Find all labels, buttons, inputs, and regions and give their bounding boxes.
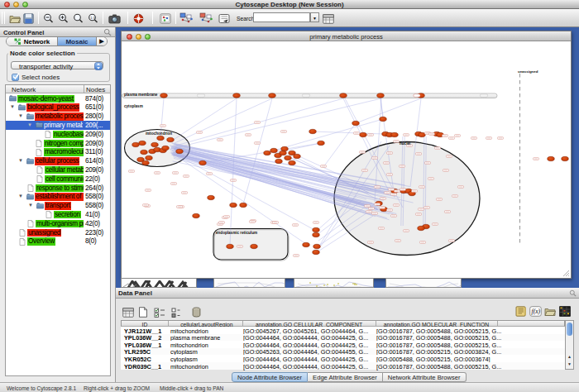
svg-text:plasma membrane: plasma membrane (124, 93, 158, 97)
svg-text:endoplasmic reticulum: endoplasmic reticulum (216, 231, 257, 235)
svg-text:unassigned: unassigned (518, 69, 538, 74)
svg-text:nuclei: nuclei (400, 141, 410, 146)
svg-text:1:1: 1:1 (90, 16, 95, 20)
svg-text:f(x): f(x) (532, 308, 541, 315)
svg-text:cytoplasm: cytoplasm (124, 104, 143, 108)
svg-text:mitochondrion: mitochondrion (146, 131, 172, 136)
